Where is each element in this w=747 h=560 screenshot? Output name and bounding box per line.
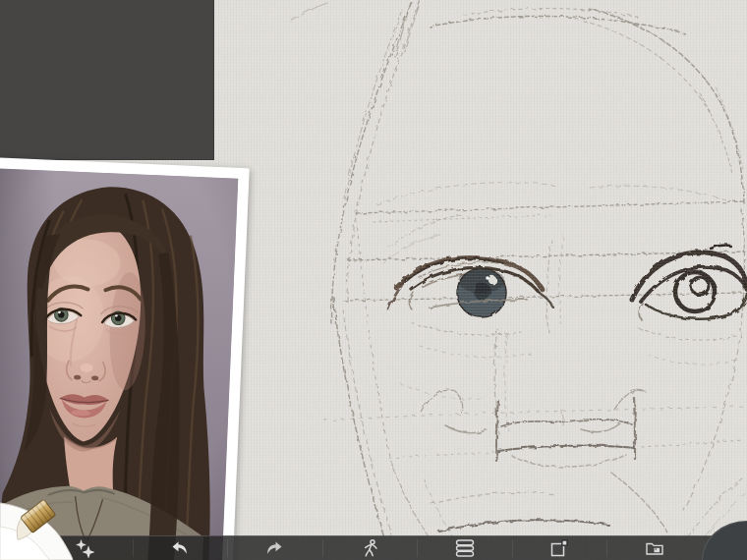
new-page-button[interactable] [512,536,607,560]
layers-icon [455,538,475,558]
gallery-button[interactable] [606,536,702,560]
folder-icon [645,538,664,558]
redo-arrow-icon [264,538,284,558]
tool-picker-corner[interactable] [0,499,98,560]
paintbrush-icon [0,499,98,560]
toolbar-buttons [0,536,747,560]
redo-button[interactable] [227,536,322,560]
top-left-panel [0,0,214,160]
new-page-icon [549,538,569,558]
undo-button[interactable] [133,536,228,560]
undo-arrow-icon [170,538,190,558]
layers-button[interactable] [417,536,512,560]
app-screen [0,0,747,560]
figure-icon [360,538,379,558]
bottom-toolbar [0,535,747,560]
pose-figure-button[interactable] [322,536,418,560]
